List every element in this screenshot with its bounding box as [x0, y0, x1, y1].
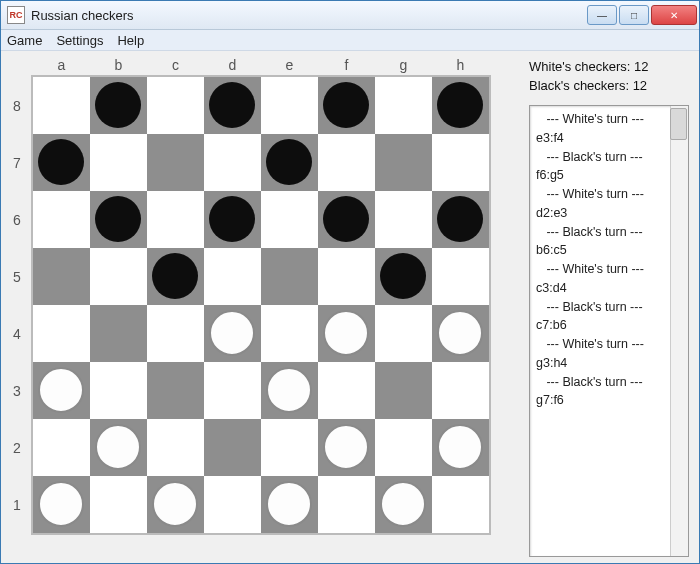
menu-settings[interactable]: Settings — [54, 33, 105, 48]
black-checker-icon[interactable] — [209, 196, 255, 242]
black-checker-icon[interactable] — [437, 82, 483, 128]
square-c3[interactable] — [147, 362, 204, 419]
square-e6[interactable] — [261, 191, 318, 248]
square-f1[interactable] — [318, 476, 375, 534]
maximize-button[interactable]: □ — [619, 5, 649, 25]
square-a2[interactable] — [32, 419, 90, 476]
square-e1[interactable] — [261, 476, 318, 534]
black-checker-icon[interactable] — [209, 82, 255, 128]
square-h3[interactable] — [432, 362, 490, 419]
black-checker-icon[interactable] — [152, 253, 198, 299]
square-f3[interactable] — [318, 362, 375, 419]
square-h8[interactable] — [432, 76, 490, 134]
square-d2[interactable] — [204, 419, 261, 476]
square-f5[interactable] — [318, 248, 375, 305]
square-b6[interactable] — [90, 191, 147, 248]
board-area: abcdefgh 87654321 — [7, 57, 521, 557]
square-d7[interactable] — [204, 134, 261, 191]
move-log[interactable]: --- White's turn ---e3:f4 --- Black's tu… — [529, 105, 689, 557]
square-b3[interactable] — [90, 362, 147, 419]
square-a8[interactable] — [32, 76, 90, 134]
square-e7[interactable] — [261, 134, 318, 191]
square-f7[interactable] — [318, 134, 375, 191]
square-d6[interactable] — [204, 191, 261, 248]
square-h7[interactable] — [432, 134, 490, 191]
square-a3[interactable] — [32, 362, 90, 419]
black-checker-icon[interactable] — [95, 82, 141, 128]
square-c2[interactable] — [147, 419, 204, 476]
white-checker-icon[interactable] — [437, 310, 483, 356]
black-checker-icon[interactable] — [380, 253, 426, 299]
square-a6[interactable] — [32, 191, 90, 248]
square-g8[interactable] — [375, 76, 432, 134]
square-c1[interactable] — [147, 476, 204, 534]
square-f4[interactable] — [318, 305, 375, 362]
square-e4[interactable] — [261, 305, 318, 362]
white-checker-icon[interactable] — [38, 481, 84, 527]
square-b4[interactable] — [90, 305, 147, 362]
square-b7[interactable] — [90, 134, 147, 191]
square-h1[interactable] — [432, 476, 490, 534]
square-g7[interactable] — [375, 134, 432, 191]
white-checker-icon[interactable] — [323, 310, 369, 356]
black-checker-icon[interactable] — [38, 139, 84, 185]
square-b8[interactable] — [90, 76, 147, 134]
square-c5[interactable] — [147, 248, 204, 305]
square-f6[interactable] — [318, 191, 375, 248]
square-c6[interactable] — [147, 191, 204, 248]
square-g6[interactable] — [375, 191, 432, 248]
black-checker-icon[interactable] — [323, 196, 369, 242]
square-d5[interactable] — [204, 248, 261, 305]
black-checker-icon[interactable] — [95, 196, 141, 242]
menu-help[interactable]: Help — [115, 33, 146, 48]
black-checker-icon[interactable] — [266, 139, 312, 185]
square-d3[interactable] — [204, 362, 261, 419]
square-h5[interactable] — [432, 248, 490, 305]
square-b1[interactable] — [90, 476, 147, 534]
square-a7[interactable] — [32, 134, 90, 191]
square-h6[interactable] — [432, 191, 490, 248]
file-label-d: d — [204, 57, 261, 73]
square-e8[interactable] — [261, 76, 318, 134]
square-g4[interactable] — [375, 305, 432, 362]
black-checker-icon[interactable] — [437, 196, 483, 242]
square-h2[interactable] — [432, 419, 490, 476]
white-checker-icon[interactable] — [437, 424, 483, 470]
minimize-button[interactable]: — — [587, 5, 617, 25]
square-c7[interactable] — [147, 134, 204, 191]
white-checker-icon[interactable] — [323, 424, 369, 470]
checkers-board[interactable] — [31, 75, 491, 535]
white-checker-icon[interactable] — [152, 481, 198, 527]
black-checker-icon[interactable] — [323, 82, 369, 128]
square-h4[interactable] — [432, 305, 490, 362]
square-f8[interactable] — [318, 76, 375, 134]
white-checker-icon[interactable] — [209, 310, 255, 356]
square-c4[interactable] — [147, 305, 204, 362]
square-a4[interactable] — [32, 305, 90, 362]
white-checker-icon[interactable] — [266, 367, 312, 413]
square-a5[interactable] — [32, 248, 90, 305]
square-f2[interactable] — [318, 419, 375, 476]
square-c8[interactable] — [147, 76, 204, 134]
square-g5[interactable] — [375, 248, 432, 305]
square-a1[interactable] — [32, 476, 90, 534]
square-d1[interactable] — [204, 476, 261, 534]
square-d4[interactable] — [204, 305, 261, 362]
white-checker-icon[interactable] — [266, 481, 312, 527]
square-e2[interactable] — [261, 419, 318, 476]
square-e5[interactable] — [261, 248, 318, 305]
square-d8[interactable] — [204, 76, 261, 134]
square-b2[interactable] — [90, 419, 147, 476]
close-button[interactable]: ✕ — [651, 5, 697, 25]
app-icon: RC — [7, 6, 25, 24]
square-g1[interactable] — [375, 476, 432, 534]
square-g2[interactable] — [375, 419, 432, 476]
square-b5[interactable] — [90, 248, 147, 305]
white-checker-icon[interactable] — [380, 481, 426, 527]
white-checker-icon[interactable] — [38, 367, 84, 413]
white-checker-icon[interactable] — [95, 424, 141, 470]
square-g3[interactable] — [375, 362, 432, 419]
rank-label-3: 3 — [13, 362, 21, 419]
menu-game[interactable]: Game — [5, 33, 44, 48]
square-e3[interactable] — [261, 362, 318, 419]
